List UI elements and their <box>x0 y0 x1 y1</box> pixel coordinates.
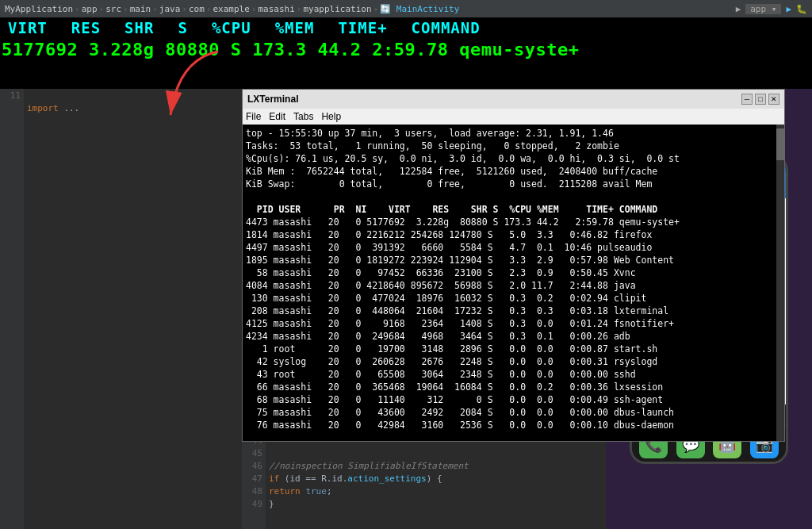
col-cmd: COMMAND <box>412 19 481 36</box>
menu-help[interactable]: Help <box>321 111 341 122</box>
breadcrumb-bar: MyApplication › app › src › main › java … <box>0 0 812 17</box>
center-right-area: ances n); ById( Actio eplace tion" menu)… <box>242 89 812 529</box>
breadcrumb: myapplication <box>303 4 371 14</box>
bottom-line-numbers: 44 45 46 47 48 49 <box>242 434 266 529</box>
breadcrumb: main <box>130 4 151 14</box>
minimize-button[interactable]: ─ <box>741 94 753 105</box>
menu-file[interactable]: File <box>246 111 261 122</box>
main-area: 11 import ... ances n); ById( Actio <box>0 89 812 529</box>
app-dropdown[interactable]: app ▾ <box>745 4 781 14</box>
breadcrumb: app <box>82 4 98 14</box>
col-cpu: %CPU <box>212 19 251 36</box>
toolbar-icon[interactable]: ▶ <box>736 4 741 14</box>
col-mem: %MEM <box>275 19 315 36</box>
lxterminal-window: LXTerminal ─ □ ✕ File Edit Tabs Help top… <box>242 89 785 442</box>
bottom-code-area: 44 45 46 47 48 49 //noinspection Simplif… <box>242 434 606 529</box>
col-res: RES <box>71 19 101 36</box>
lxterminal-title-bar: LXTerminal ─ □ ✕ <box>243 90 784 109</box>
run-button-icon[interactable]: ▶ <box>786 4 791 14</box>
code-content-top: import ... <box>24 89 242 529</box>
top-data-row-text: 5177692 3.228g 80880 S 173.3 44.2 2:59.7… <box>2 40 580 59</box>
terminal-scrollbar[interactable] <box>776 125 784 441</box>
top-terminal-data-row: 5177692 3.228g 80880 S 173.3 44.2 2:59.7… <box>0 38 812 61</box>
debug-button-icon[interactable]: 🐛 <box>796 4 807 14</box>
close-button[interactable]: ✕ <box>768 94 779 105</box>
breadcrumb: com <box>189 4 205 14</box>
col-virt: VIRT <box>8 19 48 36</box>
code-editor: 11 import ... <box>0 89 242 529</box>
breadcrumb: masashi <box>258 4 294 14</box>
bottom-code-content: //noinspection SimplifiableIfStatement i… <box>266 434 606 529</box>
terminal-body[interactable]: top - 15:55:30 up 37 min, 3 users, load … <box>243 125 784 441</box>
breadcrumb: java <box>159 4 181 14</box>
terminal-scrollbar-thumb[interactable] <box>776 128 784 160</box>
col-time: TIME+ <box>338 19 387 36</box>
top-terminal-header: VIRT RES SHR S %CPU %MEM TIME+ COMMAND <box>0 17 812 38</box>
line-numbers: 11 <box>0 89 24 529</box>
current-file: 🔄 MainActivity <box>380 4 459 14</box>
lxterminal-menu-bar: File Edit Tabs Help <box>243 109 784 125</box>
col-shr: SHR <box>124 19 154 36</box>
breadcrumb: src <box>105 4 121 14</box>
breadcrumb: MyApplication <box>5 4 73 14</box>
lxterminal-title: LXTerminal <box>247 94 739 105</box>
menu-edit[interactable]: Edit <box>269 111 285 122</box>
menu-tabs[interactable]: Tabs <box>293 111 313 122</box>
col-s: S <box>178 19 187 36</box>
breadcrumb: example <box>213 4 249 14</box>
maximize-button[interactable]: □ <box>755 94 766 105</box>
top-terminal: VIRT RES SHR S %CPU %MEM TIME+ COMMAND 5… <box>0 17 812 89</box>
